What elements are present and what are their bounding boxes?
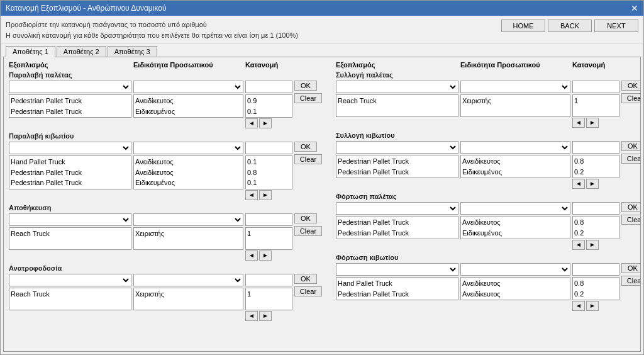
ok-paralavv-paletas[interactable]: OK <box>294 81 317 91</box>
equip-col-fortosi-kivotiou: Hand Pallet TruckPedestrian Pallet Truck <box>336 263 458 300</box>
val-col-anatrofodossia: 1 ◄ ► <box>245 274 292 321</box>
scroll-right-paralavv-paletas[interactable]: ► <box>259 118 272 128</box>
window-title: Κατανομή Εξοπλισμού - Ανθρώπινου Δυναμικ… <box>6 4 167 13</box>
val-col-fortosi-paletas: 0.80.2 ◄ ► <box>572 202 619 250</box>
equip-list-fortosi-kivotiou: Hand Pallet TruckPedestrian Pallet Truck <box>336 277 458 300</box>
val-list-syllogv-paletas: 1 <box>572 94 619 117</box>
scroll-right-apothikeusi[interactable]: ► <box>259 251 272 261</box>
spec-select-syllogv-paletas[interactable] <box>460 81 570 93</box>
val-list-syllogv-kivotiou: 0.80.2 <box>572 155 619 178</box>
next-button[interactable]: NEXT <box>594 20 638 32</box>
val-input-syllogv-kivotiou[interactable] <box>572 141 619 154</box>
equip-select-syllogv-kivotiou[interactable] <box>336 141 458 154</box>
action-col-fortosi-kivotiou: OK Clear <box>621 263 641 286</box>
spec-list-paralavv-kivotiou: ΑνειδίκευτοςΑνειδίκευτοςΕιδικευμένος <box>133 155 243 189</box>
clear-paralavv-paletas[interactable]: Clear <box>294 93 322 103</box>
ok-anatrofodossia[interactable]: OK <box>294 274 317 284</box>
main-window: Κατανομή Εξοπλισμού - Ανθρώπινου Δυναμικ… <box>0 0 644 355</box>
equip-select-paralavv-paletas[interactable] <box>9 81 131 93</box>
scroll-right-syllogv-paletas[interactable]: ► <box>586 118 599 128</box>
clear-anatrofodossia[interactable]: Clear <box>294 286 322 296</box>
clear-syllogv-kivotiou[interactable]: Clear <box>621 154 641 164</box>
scroll-right-fortosi-paletas[interactable]: ► <box>586 240 599 250</box>
equip-list-anatrofodossia: Reach Truck <box>9 288 131 310</box>
spec-col-anatrofodossia: Χειριστής <box>133 274 243 310</box>
val-list-paralavv-paletas: 0.90.1 <box>245 94 292 118</box>
clear-apothikeusi[interactable]: Clear <box>294 226 322 236</box>
scroll-right-fortosi-kivotiou[interactable]: ► <box>586 301 599 311</box>
clear-paralavv-kivotiou[interactable]: Clear <box>294 154 322 164</box>
val-list-paralavv-kivotiou: 0.10.80.1 <box>245 155 292 189</box>
scroll-left-syllogv-kivotiou[interactable]: ◄ <box>572 179 585 189</box>
section-title-fortosi-kivotiou: Φόρτωση κιβωτίου <box>336 254 641 261</box>
clear-syllogv-paletas[interactable]: Clear <box>621 93 641 103</box>
val-input-paralavv-kivotiou[interactable] <box>245 142 292 154</box>
val-input-paralavv-paletas[interactable] <box>245 81 292 93</box>
val-input-fortosi-paletas[interactable] <box>572 202 619 215</box>
val-input-fortosi-kivotiou[interactable] <box>572 263 619 276</box>
section-syllogv-kivotiou: Συλλογή κιβωτίου Pedestrian Pallet Truck… <box>336 132 641 189</box>
ok-fortosi-kivotiou[interactable]: OK <box>621 263 641 273</box>
header-line1: Προσδιορίστε την κατανομή πισάγοντας το … <box>6 20 298 30</box>
section-apothikeusi: Αποθήκευση Reach Truck Χειριστής 1 <box>9 204 326 261</box>
col-header-distribution-right: Κατανομή <box>572 61 619 69</box>
equip-select-apothikeusi[interactable] <box>9 213 131 226</box>
ok-apothikeusi[interactable]: OK <box>294 213 317 223</box>
scroll-left-fortosi-kivotiou[interactable]: ◄ <box>572 301 585 311</box>
section-title-paralavv-kivotiou: Παραλαβή κιβωτίου <box>9 132 326 140</box>
scroll-right-anatrofodossia[interactable]: ► <box>259 311 272 321</box>
equip-select-anatrofodossia[interactable] <box>9 274 131 286</box>
equip-col-paralavv-paletas: Pedestrian Pallet TruckPedestrian Pallet… <box>9 81 131 118</box>
equip-select-paralavv-kivotiou[interactable] <box>9 142 131 154</box>
scroll-right-syllogv-kivotiou[interactable]: ► <box>586 179 599 189</box>
equip-select-fortosi-paletas[interactable] <box>336 202 458 215</box>
scroll-left-anatrofodossia[interactable]: ◄ <box>245 311 258 321</box>
scroll-left-syllogv-paletas[interactable]: ◄ <box>572 118 585 128</box>
tab-apothetes3[interactable]: Αποθέτης 3 <box>108 46 157 57</box>
scroll-left-apothikeusi[interactable]: ◄ <box>245 251 258 261</box>
spec-col-apothikeusi: Χειριστής <box>133 213 243 250</box>
tab-apothetes1[interactable]: Αποθέτης 1 <box>6 46 55 57</box>
spec-select-fortosi-paletas[interactable] <box>460 202 570 215</box>
scroll-left-paralavv-kivotiou[interactable]: ◄ <box>245 190 258 200</box>
val-input-syllogv-paletas[interactable] <box>572 81 619 93</box>
col-header-equipment-right: Εξοπλισμός <box>336 61 458 69</box>
home-button[interactable]: HOME <box>501 20 545 32</box>
equip-list-paralavv-paletas: Pedestrian Pallet TruckPedestrian Pallet… <box>9 94 131 118</box>
equip-select-syllogv-paletas[interactable] <box>336 81 458 93</box>
action-col-apothikeusi: OK Clear <box>294 213 326 236</box>
close-button[interactable]: ✕ <box>631 4 638 13</box>
equip-list-syllogv-kivotiou: Pedestrian Pallet TruckPedestrian Pallet… <box>336 155 458 178</box>
section-fortosi-paletas: Φόρτωση παλέτας Pedestrian Pallet TruckP… <box>336 193 641 250</box>
ok-syllogv-paletas[interactable]: OK <box>621 81 641 91</box>
main-content: Εξοπλισμός Ειδικότητα Προσωπικού Κατανομ… <box>3 57 641 352</box>
section-paralavv-kivotiou: Παραλαβή κιβωτίου Hand Pallet TruckPedes… <box>9 132 326 200</box>
spec-select-syllogv-kivotiou[interactable] <box>460 141 570 154</box>
equip-col-anatrofodossia: Reach Truck <box>9 274 131 310</box>
scroll-right-paralavv-kivotiou[interactable]: ► <box>259 190 272 200</box>
spec-list-fortosi-kivotiou: ΑνειδίκευτοςΑνειδίκευτος <box>460 277 570 300</box>
spec-select-paralavv-kivotiou[interactable] <box>133 142 243 154</box>
spec-select-apothikeusi[interactable] <box>133 213 243 226</box>
val-input-apothikeusi[interactable] <box>245 213 292 226</box>
clear-fortosi-kivotiou[interactable]: Clear <box>621 276 641 286</box>
spec-select-fortosi-kivotiou[interactable] <box>460 263 570 276</box>
tab-apothetes2[interactable]: Αποθέτης 2 <box>57 46 106 57</box>
scroll-left-fortosi-paletas[interactable]: ◄ <box>572 240 585 250</box>
back-button[interactable]: BACK <box>548 20 592 32</box>
ok-syllogv-kivotiou[interactable]: OK <box>621 141 641 151</box>
val-input-anatrofodossia[interactable] <box>245 274 292 286</box>
ok-paralavv-kivotiou[interactable]: OK <box>294 142 317 152</box>
clear-fortosi-paletas[interactable]: Clear <box>621 215 641 225</box>
spec-select-paralavv-paletas[interactable] <box>133 81 243 93</box>
ok-fortosi-paletas[interactable]: OK <box>621 202 641 212</box>
equip-select-fortosi-kivotiou[interactable] <box>336 263 458 276</box>
val-list-fortosi-kivotiou: 0.80.2 <box>572 277 619 300</box>
equip-list-fortosi-paletas: Pedestrian Pallet TruckPedestrian Pallet… <box>336 216 458 239</box>
val-col-paralavv-kivotiou: 0.10.80.1 ◄ ► <box>245 142 292 200</box>
section-title-syllogv-paletas: Συλλογή παλέτας <box>336 71 641 79</box>
header-buttons: HOME BACK NEXT <box>501 20 638 32</box>
scroll-left-paralavv-paletas[interactable]: ◄ <box>245 118 258 128</box>
equip-list-syllogv-paletas: Reach Truck <box>336 94 458 117</box>
spec-select-anatrofodossia[interactable] <box>133 274 243 286</box>
